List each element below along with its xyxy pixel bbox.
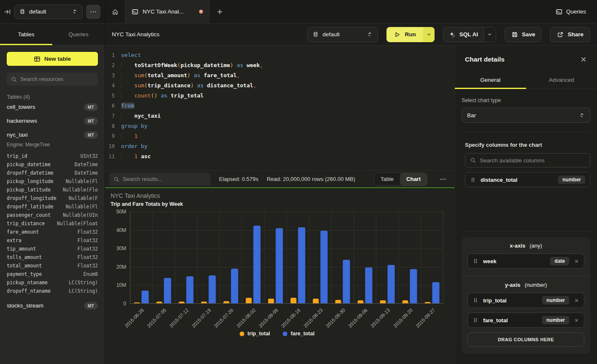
- column-chip[interactable]: weekdate: [467, 253, 584, 269]
- run-button[interactable]: Run: [386, 27, 423, 42]
- remove-column-icon[interactable]: [574, 298, 579, 303]
- save-button[interactable]: Save: [505, 27, 542, 42]
- bar-trip-total[interactable]: [335, 300, 341, 303]
- bar-fare-total[interactable]: [254, 226, 261, 303]
- tab-general[interactable]: General: [455, 71, 526, 89]
- bar-fare-total[interactable]: [276, 228, 283, 303]
- toolbar-database-selector[interactable]: default: [307, 27, 378, 42]
- table-column-row[interactable]: trip_distanceNullable(Float: [7, 219, 98, 228]
- toggle-table[interactable]: Table: [374, 173, 400, 186]
- column-chip[interactable]: fare_totalnumber: [467, 313, 584, 328]
- toggle-chart[interactable]: Chart: [400, 173, 427, 186]
- bar-trip-total[interactable]: [313, 299, 319, 303]
- tab-advanced[interactable]: Advanced: [526, 71, 597, 89]
- chart-details-body: Select chart type Bar Specify columns fo…: [455, 89, 597, 364]
- bar-trip-total[interactable]: [157, 302, 162, 303]
- remove-column-icon[interactable]: [574, 259, 579, 264]
- table-column-row[interactable]: pickup_ntanameLC(String): [7, 278, 98, 287]
- editor-line: 9 1: [105, 131, 454, 141]
- query-tab-active[interactable]: NYC Taxi Anal...: [125, 0, 210, 23]
- table-column-row[interactable]: pickup_longitudeNullable(Fl: [7, 177, 98, 186]
- new-query-tab-button[interactable]: [210, 0, 230, 23]
- share-button[interactable]: Share: [550, 27, 590, 42]
- sidebar-tab-queries[interactable]: Queries: [52, 24, 105, 45]
- table-row[interactable]: nyc_taxiMT: [7, 128, 98, 142]
- sql-ai-button[interactable]: SQL AI: [443, 27, 484, 42]
- bar-fare-total[interactable]: [231, 269, 238, 303]
- y-tick-label: 20M: [116, 264, 126, 270]
- bar-trip-total[interactable]: [380, 300, 386, 303]
- table-column-row[interactable]: passenger_countNullable(UIn: [7, 211, 98, 219]
- bar-trip-total[interactable]: [179, 302, 185, 303]
- table-column-row[interactable]: pickup_latitudeNullable(Flo: [7, 186, 98, 194]
- table-column-row[interactable]: fare_amountFloat32: [7, 228, 98, 236]
- column-chip[interactable]: distance_totalnumber: [465, 172, 590, 187]
- bar-trip-total[interactable]: [201, 302, 207, 303]
- table-engine-label: Engine: MergeTree: [7, 142, 98, 148]
- bar-fare-total[interactable]: [298, 227, 305, 303]
- terminal-icon: [556, 8, 562, 15]
- run-split-button: Run: [386, 27, 434, 42]
- bar-fare-total[interactable]: [365, 267, 373, 303]
- bar-fare-total[interactable]: [410, 269, 417, 303]
- home-button[interactable]: [105, 0, 125, 23]
- bar-trip-total[interactable]: [425, 302, 431, 303]
- bar-trip-total[interactable]: [134, 302, 140, 303]
- table-column-row[interactable]: pickup_datetimeDateTime: [7, 160, 98, 169]
- bar-trip-total[interactable]: [224, 301, 230, 303]
- sidebar-database-selector[interactable]: default: [14, 5, 83, 19]
- legend-item[interactable]: trip_total: [240, 331, 270, 337]
- table-column-row[interactable]: trip_idUInt32: [7, 152, 98, 160]
- bar-pair: [201, 275, 216, 303]
- sidebar-more-button[interactable]: [86, 5, 100, 19]
- table-column-row[interactable]: dropoff_ntanameLC(String): [7, 287, 98, 295]
- table-row[interactable]: stocks_streamMT: [7, 299, 98, 313]
- bar-fare-total[interactable]: [186, 276, 194, 303]
- bar-fare-total[interactable]: [164, 278, 171, 303]
- x-axis-label: x-axis: [510, 243, 525, 249]
- columns-search-input[interactable]: [480, 157, 585, 164]
- table-column-row[interactable]: tolls_amountFloat32: [7, 253, 98, 262]
- column-type: Enum8: [83, 270, 98, 278]
- bar-fare-total[interactable]: [209, 275, 216, 303]
- new-table-button[interactable]: New table: [7, 52, 98, 66]
- column-chip[interactable]: trip_totalnumber: [467, 293, 584, 308]
- run-options-button[interactable]: [423, 27, 435, 42]
- collapse-sidebar-button[interactable]: [4, 8, 11, 15]
- results-more-button[interactable]: [436, 176, 450, 183]
- close-icon[interactable]: [580, 56, 587, 63]
- table-column-row[interactable]: payment_typeEnum8: [7, 270, 98, 278]
- drop-zone[interactable]: DRAG COLUMNS HERE: [467, 332, 584, 347]
- remove-column-icon[interactable]: [574, 318, 579, 323]
- sql-editor[interactable]: 1select2 toStartOfWeek(pickup_datetime) …: [105, 46, 454, 170]
- bar-trip-total[interactable]: [268, 299, 274, 303]
- sidebar-tab-tables[interactable]: Tables: [0, 24, 52, 45]
- sql-ai-options-button[interactable]: [484, 27, 496, 42]
- table-column-row[interactable]: dropoff_datetimeDateTime: [7, 169, 98, 177]
- table-column-row[interactable]: tip_amountFloat32: [7, 245, 98, 253]
- bar-fare-total[interactable]: [321, 231, 328, 303]
- table-column-row[interactable]: dropoff_latitudeNullable(Fl: [7, 202, 98, 211]
- results-search-input[interactable]: [123, 176, 206, 182]
- bar-trip-total[interactable]: [291, 298, 297, 303]
- bar-fare-total[interactable]: [343, 260, 350, 303]
- bar-trip-total[interactable]: [403, 300, 408, 303]
- bar-trip-total[interactable]: [358, 300, 364, 303]
- column-name: tolls_amount: [7, 253, 42, 262]
- bar-fare-total[interactable]: [432, 282, 440, 303]
- table-row[interactable]: hackernewsMT: [7, 114, 98, 128]
- editor-line: 2 toStartOfWeek(pickup_datetime) as week…: [105, 60, 454, 70]
- bar-fare-total[interactable]: [142, 291, 149, 303]
- table-column-row[interactable]: dropoff_longitudeNullable(F: [7, 194, 98, 202]
- bar-trip-total[interactable]: [246, 298, 252, 303]
- table-row[interactable]: cell_towersMT: [7, 100, 98, 114]
- table-column-row[interactable]: extraFloat32: [7, 236, 98, 245]
- legend-item[interactable]: fare_total: [283, 331, 314, 337]
- table-column-row[interactable]: total_amountFloat32: [7, 262, 98, 270]
- chart-title: NYC Taxi Analytics: [111, 192, 454, 199]
- resource-search-input[interactable]: [20, 76, 94, 82]
- queries-button[interactable]: Queries: [545, 8, 597, 15]
- chart-type-select[interactable]: Bar: [462, 108, 590, 123]
- content-area: 1select2 toStartOfWeek(pickup_datetime) …: [105, 46, 597, 364]
- bar-fare-total[interactable]: [388, 265, 395, 303]
